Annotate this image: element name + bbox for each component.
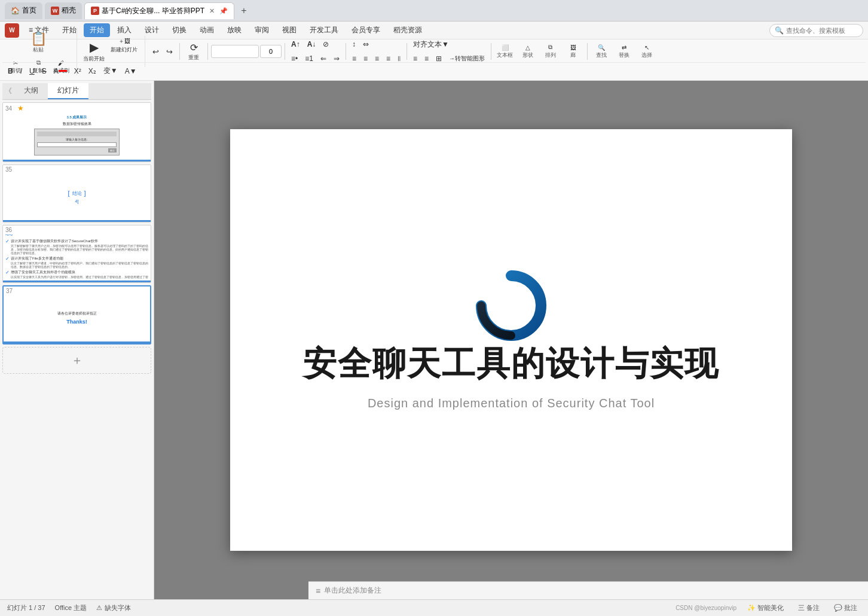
slide-37-content: 请各位评委老师批评指正 Thanks! (4, 306, 150, 330)
toolbar-row-1: 📋 粘贴 ✂ 剪切 ⧉ 复制 🖌 格式刷 (2, 41, 866, 62)
highlight-button[interactable]: A▼ (122, 65, 140, 78)
note-icon: ≡ (316, 586, 320, 596)
separator-6 (491, 43, 491, 60)
align-row1: ↕ ⇔ (349, 38, 404, 51)
arrange-button[interactable]: ⧉ 排列 (540, 42, 561, 60)
subscript-button[interactable]: X₂ (85, 65, 99, 78)
slide-35-indicator (3, 220, 151, 222)
slide-item-37[interactable]: 37 请各位评委老师批评指正 Thanks! (2, 285, 151, 344)
slide-main-title: 安全聊天工具的设计与实现 (303, 341, 719, 387)
line-spacing-button[interactable]: ↕ (349, 38, 359, 51)
repeat-label: 重重 (188, 54, 199, 62)
find-button[interactable]: 🔍 查找 (591, 43, 612, 60)
add-slide-button[interactable]: ＋ (2, 347, 151, 374)
svg-text:S: S (502, 287, 521, 319)
slide-35-thumb: [ 结论 ] 4] (3, 174, 151, 219)
slide-34-indicator (3, 160, 151, 161)
repeat-button[interactable]: ⟳ 重重 (183, 41, 204, 63)
comments-button[interactable]: 💬 批注 (830, 602, 861, 614)
paste-label: 粘贴 (33, 46, 44, 54)
undo-button[interactable]: ↩ (149, 45, 163, 59)
smart-beauty-button[interactable]: ✨ 智能美化 (744, 602, 787, 614)
underline-button[interactable]: U (26, 65, 38, 78)
menu-resources[interactable]: 稻壳资源 (387, 23, 428, 37)
smart-beauty-label: 智能美化 (757, 603, 784, 612)
arrange-label: 排列 (545, 51, 556, 59)
replace-button[interactable]: ⇄ 替换 (613, 43, 635, 60)
font-color-button[interactable]: A (51, 65, 70, 78)
font-increase-button[interactable]: A↑ (288, 38, 303, 51)
menu-developer[interactable]: 开发工具 (304, 23, 344, 37)
new-tab-button[interactable]: + (237, 4, 251, 18)
app-container: W ≡ 文件 开始 开始 插入 设计 切换 动画 放映 审阅 视图 开发工具 会… (0, 22, 868, 616)
find-icon: 🔍 (598, 44, 605, 51)
gallery-button[interactable]: 🖼 廊 (563, 43, 584, 60)
menu-transition[interactable]: 切换 (166, 23, 192, 37)
slide-logo: S (475, 270, 547, 341)
warning-icon: ⚠ (96, 604, 102, 612)
font-size-controls: A↑ A↓ ⊘ (288, 38, 343, 51)
arrange-icon: ⧉ (548, 44, 552, 51)
slide-36-indicator (3, 280, 151, 282)
font-name-input[interactable] (211, 45, 259, 58)
menu-review[interactable]: 审阅 (249, 23, 275, 37)
menu-design[interactable]: 设计 (139, 23, 165, 37)
slide-panel: 《 大纲 幻灯片 34 ★ 3.5 成果展示 数据加密传输效果 请输入备注信 (0, 81, 154, 599)
menu-slideshow[interactable]: 放映 (221, 23, 247, 37)
note-placeholder[interactable]: 单击此处添加备注 (324, 585, 381, 596)
slide-item-36[interactable]: 36 结论 ✓ 设计并实现了基于微信聊天软件设计了SecureChat软件 完了… (2, 225, 151, 283)
shape-button[interactable]: △ 形状 (517, 43, 539, 60)
tab-slides[interactable]: 幻灯片 (48, 83, 88, 99)
daoke-tab-label: 稻壳 (62, 5, 76, 16)
slide-37-num: 37 (6, 288, 18, 294)
notes-button[interactable]: 三 备注 (794, 602, 823, 614)
doc-tab-close[interactable]: ✕ (209, 7, 215, 15)
panel-collapse-btn[interactable]: 《 (2, 83, 14, 99)
align-object-button[interactable]: 对齐文本▼ (410, 38, 452, 51)
tab-doc[interactable]: P 基于C#的安全聊... 毕业答辩PPT ✕ 📌 (84, 2, 234, 19)
text-align-group: ↕ ⇔ ≡ ≡ ≡ ≡ ⫴ (349, 38, 404, 65)
paste-button[interactable]: 📋 粘贴 (23, 28, 53, 59)
textbox-icon: ⬜ (502, 44, 509, 51)
font-size-input[interactable] (260, 45, 282, 58)
canvas-area: S 安全聊天工具的设计与实现 Design and Implementation… (154, 81, 868, 599)
italic-button[interactable]: I (17, 65, 25, 78)
status-bar: 幻灯片 1 / 37 Office 主题 ⚠ 缺失字体 CSDN @biyezu… (0, 599, 868, 616)
doc-tab-label: 基于C#的安全聊... 毕业答辩PPT (102, 6, 204, 16)
search-input[interactable] (786, 27, 858, 34)
char-spacing-button[interactable]: ⇔ (360, 38, 372, 51)
doc-tab-pin[interactable]: 📌 (219, 7, 228, 15)
menu-view[interactable]: 视图 (276, 23, 302, 37)
slide-item-34[interactable]: 34 ★ 3.5 成果展示 数据加密传输效果 请输入备注信息: 确定 (2, 102, 151, 162)
clear-format-button[interactable]: ⊘ (320, 38, 332, 51)
smart-beauty-icon: ✨ (747, 604, 756, 612)
redo-button[interactable]: ↪ (163, 45, 176, 59)
menu-animation[interactable]: 动画 (194, 23, 220, 37)
tab-home[interactable]: 🏠 首页 (5, 2, 42, 19)
bold-button[interactable]: B (5, 65, 16, 78)
doc-tab-icon: P (91, 7, 99, 15)
text-effect-button[interactable]: 变▼ (100, 65, 121, 78)
slide-info: 幻灯片 1 / 37 (7, 603, 45, 612)
tab-daoke[interactable]: W 稻壳 (45, 2, 82, 19)
menu-begin[interactable]: 开始 (84, 23, 110, 37)
search-box[interactable]: 🔍 (769, 24, 863, 37)
tab-outline[interactable]: 大纲 (14, 83, 48, 99)
superscript-button[interactable]: X² (71, 65, 84, 78)
strikethrough-button[interactable]: S (39, 65, 50, 78)
slide-34-content: 3.5 成果展示 数据加密传输效果 请输入备注信息: 确定 (3, 114, 151, 158)
menu-vip[interactable]: 会员专享 (346, 23, 386, 37)
panel-tabs: 《 大纲 幻灯片 (2, 83, 151, 100)
slide-item-35[interactable]: 35 [ 结论 ] 4] (2, 164, 151, 222)
slide-34-header: 34 ★ (3, 103, 151, 114)
select-button[interactable]: ↖ 选择 (636, 43, 658, 60)
new-slide-button[interactable]: ＋🖼 新建幻灯片 (108, 36, 140, 55)
slide-canvas[interactable]: S 安全聊天工具的设计与实现 Design and Implementation… (230, 129, 792, 551)
replace-label: 替换 (619, 51, 629, 59)
font-warning[interactable]: ⚠ 缺失字体 (96, 603, 131, 612)
menu-insert[interactable]: 插入 (111, 23, 137, 37)
csdn-watermark: CSDN @biyezuopinvip (676, 605, 736, 611)
font-decrease-button[interactable]: A↓ (304, 38, 319, 51)
select-label: 选择 (641, 51, 652, 59)
textbox-button[interactable]: ⬜ 文本框 (494, 43, 516, 60)
